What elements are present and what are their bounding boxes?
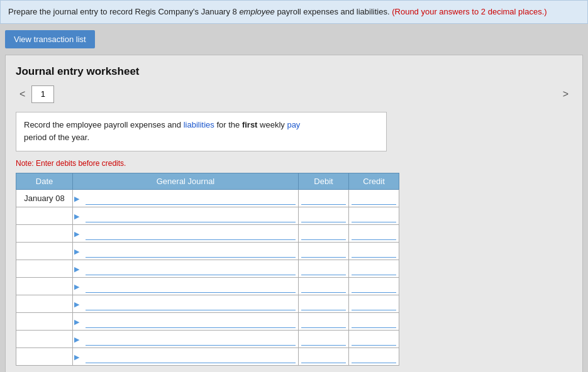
debit-input-3[interactable] — [299, 225, 348, 242]
debit-input-6[interactable] — [299, 278, 348, 295]
date-cell-8 — [16, 313, 73, 331]
journal-input-wrapper-1[interactable] — [83, 190, 298, 207]
credit-input-wrapper-4[interactable] — [349, 243, 399, 260]
date-cell-6 — [16, 278, 73, 295]
debit-input-10[interactable] — [299, 348, 348, 365]
view-transaction-button[interactable]: View transaction list — [5, 30, 95, 48]
credit-input-1[interactable] — [349, 190, 399, 207]
credit-cell-7[interactable] — [349, 295, 399, 313]
debit-cell-4[interactable] — [299, 243, 349, 260]
debit-input-2[interactable] — [299, 207, 348, 224]
general-journal-cell-8[interactable]: ▶ — [73, 313, 299, 331]
general-journal-cell-6[interactable]: ▶ — [73, 278, 299, 295]
credit-input-wrapper-1[interactable] — [349, 190, 399, 207]
credit-cell-1[interactable] — [349, 190, 399, 207]
debit-input-wrapper-1[interactable] — [299, 190, 348, 207]
general-journal-cell-9[interactable]: ▶ — [73, 331, 299, 348]
journal-input-2[interactable] — [83, 207, 298, 224]
general-journal-cell-4[interactable]: ▶ — [73, 243, 299, 260]
arrow-icon-8: ▶ — [74, 317, 79, 326]
journal-input-4[interactable] — [83, 243, 298, 260]
debit-input-5[interactable] — [299, 260, 348, 277]
journal-input-wrapper-3[interactable] — [83, 225, 298, 242]
journal-input-wrapper-10[interactable] — [83, 348, 298, 365]
credit-input-5[interactable] — [349, 260, 399, 277]
credit-input-wrapper-3[interactable] — [349, 225, 399, 242]
credit-input-wrapper-9[interactable] — [349, 331, 399, 347]
debit-input-wrapper-3[interactable] — [299, 225, 348, 242]
debit-input-1[interactable] — [299, 190, 348, 207]
credit-input-2[interactable] — [349, 207, 399, 224]
credit-input-9[interactable] — [349, 331, 399, 347]
credit-input-wrapper-8[interactable] — [349, 313, 399, 330]
debit-input-7[interactable] — [299, 295, 348, 312]
debit-input-wrapper-8[interactable] — [299, 313, 348, 330]
journal-input-6[interactable] — [83, 278, 298, 295]
credit-input-10[interactable] — [349, 348, 399, 365]
debit-input-wrapper-5[interactable] — [299, 260, 348, 277]
debit-cell-9[interactable] — [299, 331, 349, 348]
journal-input-wrapper-8[interactable] — [83, 313, 298, 330]
debit-cell-6[interactable] — [299, 278, 349, 295]
journal-input-3[interactable] — [83, 225, 298, 242]
journal-input-wrapper-6[interactable] — [83, 278, 298, 295]
credit-cell-9[interactable] — [349, 331, 399, 348]
journal-input-wrapper-4[interactable] — [83, 243, 298, 260]
credit-input-wrapper-7[interactable] — [349, 295, 399, 312]
prev-page-button[interactable]: < — [16, 87, 29, 101]
journal-input-7[interactable] — [83, 295, 298, 312]
next-page-button[interactable]: > — [559, 87, 572, 101]
credit-cell-6[interactable] — [349, 278, 399, 295]
credit-input-wrapper-10[interactable] — [349, 348, 399, 365]
credit-input-8[interactable] — [349, 313, 399, 330]
debit-cell-7[interactable] — [299, 295, 349, 313]
debit-input-wrapper-6[interactable] — [299, 278, 348, 295]
credit-cell-10[interactable] — [349, 348, 399, 366]
description-line2: period of the year. — [24, 133, 89, 142]
journal-input-9[interactable] — [83, 331, 298, 347]
credit-cell-4[interactable] — [349, 243, 399, 260]
credit-input-7[interactable] — [349, 295, 399, 312]
debit-cell-2[interactable] — [299, 207, 349, 225]
credit-input-6[interactable] — [349, 278, 399, 295]
debit-input-wrapper-10[interactable] — [299, 348, 348, 365]
debit-input-wrapper-7[interactable] — [299, 295, 348, 312]
credit-cell-8[interactable] — [349, 313, 399, 331]
general-journal-cell-10[interactable]: ▶ — [73, 348, 299, 366]
credit-input-wrapper-5[interactable] — [349, 260, 399, 277]
credit-input-wrapper-2[interactable] — [349, 207, 399, 224]
debit-input-4[interactable] — [299, 243, 348, 260]
credit-cell-3[interactable] — [349, 225, 399, 243]
debit-input-wrapper-2[interactable] — [299, 207, 348, 224]
debit-cell-5[interactable] — [299, 260, 349, 278]
page-number-box[interactable]: 1 — [31, 85, 54, 103]
general-journal-cell-1[interactable]: ▶ — [73, 190, 299, 207]
date-cell-2 — [16, 207, 73, 225]
arrow-icon-6: ▶ — [74, 282, 79, 290]
debit-input-9[interactable] — [299, 331, 348, 347]
credit-cell-2[interactable] — [349, 207, 399, 225]
journal-input-8[interactable] — [83, 313, 298, 330]
journal-input-wrapper-7[interactable] — [83, 295, 298, 312]
general-journal-cell-2[interactable]: ▶ — [73, 207, 299, 225]
debit-cell-10[interactable] — [299, 348, 349, 366]
journal-input-wrapper-2[interactable] — [83, 207, 298, 224]
journal-input-5[interactable] — [83, 260, 298, 277]
debit-input-wrapper-9[interactable] — [299, 331, 348, 347]
general-journal-cell-7[interactable]: ▶ — [73, 295, 299, 313]
general-journal-cell-3[interactable]: ▶ — [73, 225, 299, 243]
debit-input-wrapper-4[interactable] — [299, 243, 348, 260]
journal-input-wrapper-9[interactable] — [83, 331, 298, 347]
debit-cell-8[interactable] — [299, 313, 349, 331]
journal-input-wrapper-5[interactable] — [83, 260, 298, 277]
general-journal-cell-5[interactable]: ▶ — [73, 260, 299, 278]
debit-cell-1[interactable] — [299, 190, 349, 207]
journal-input-10[interactable] — [83, 348, 298, 365]
journal-input-1[interactable] — [83, 190, 298, 207]
credit-input-4[interactable] — [349, 243, 399, 260]
credit-cell-5[interactable] — [349, 260, 399, 278]
credit-input-wrapper-6[interactable] — [349, 278, 399, 295]
credit-input-3[interactable] — [349, 225, 399, 242]
debit-cell-3[interactable] — [299, 225, 349, 243]
debit-input-8[interactable] — [299, 313, 348, 330]
